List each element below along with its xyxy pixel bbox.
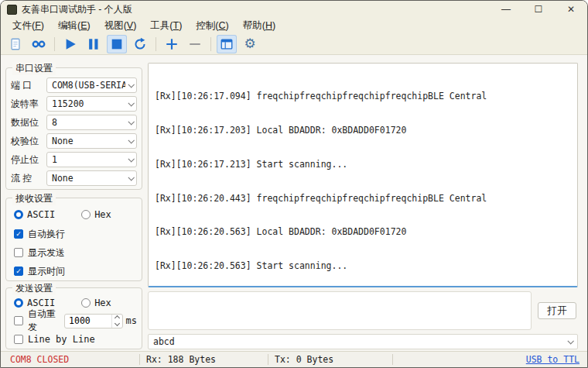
receive-hex-label: Hex (94, 209, 111, 220)
zoom-in-icon (165, 37, 179, 51)
show-time-checkbox[interactable]: ✓ (14, 267, 23, 276)
refresh-icon (133, 37, 147, 51)
close-button[interactable]: ✕ (555, 1, 587, 18)
receive-format-row: ASCII Hex (14, 208, 137, 222)
receive-settings-title: 接收设置 (12, 192, 56, 205)
settings-button[interactable]: ⚙ (240, 35, 260, 53)
zoom-in-button[interactable] (162, 35, 182, 53)
baudrate-select[interactable]: 115200 (46, 96, 137, 112)
record-icon (31, 37, 46, 51)
parity-select[interactable]: None (46, 133, 137, 149)
flowcontrol-row: 流 控 None (11, 170, 137, 186)
receive-ascii-label: ASCII (27, 209, 55, 220)
play-button[interactable] (60, 35, 80, 53)
serial-settings-title: 串口设置 (12, 62, 56, 75)
menu-tools[interactable]: 工具(T) (143, 18, 189, 34)
menu-file[interactable]: 文件(F) (5, 18, 51, 34)
show-sent-label: 显示发送 (28, 246, 65, 260)
line-by-line-row: Line by Line (14, 332, 137, 346)
auto-resend-checkbox[interactable] (14, 316, 23, 325)
menu-edit[interactable]: 编辑(E) (51, 18, 97, 34)
window-controls: — ☐ ✕ (490, 1, 587, 18)
auto-resend-row: 自动重发 ms (14, 313, 137, 328)
send-ascii-radio[interactable] (14, 298, 23, 308)
window-title: 友善串口调试助手 - 个人版 (22, 3, 132, 16)
toolbar-separator (210, 37, 211, 51)
menu-control[interactable]: 控制(C) (189, 18, 235, 34)
chevron-down-icon (128, 174, 134, 181)
baudrate-label: 波特率 (11, 98, 46, 111)
serial-settings-group: 串口设置 端 口 COM8(USB-SERIAL ( 波特率 115200 数据… (5, 67, 142, 190)
spinner-down-icon (115, 321, 120, 326)
line-by-line-checkbox[interactable] (14, 335, 23, 344)
log-line: [Rx][10:26:20.563] Local BDADDR: 0xBDADD… (155, 226, 571, 238)
databits-row: 数据位 8 (11, 115, 137, 130)
gear-icon: ⚙ (244, 37, 255, 50)
show-sent-checkbox[interactable] (14, 248, 23, 257)
open-port-button[interactable]: 打开 (538, 302, 576, 319)
send-textarea[interactable] (148, 291, 532, 330)
chevron-down-icon (128, 100, 134, 106)
spinner-buttons[interactable] (111, 315, 122, 328)
send-history-combobox[interactable] (148, 334, 578, 349)
menu-bar: 文件(F) 编辑(E) 视图(V) 工具(T) 控制(C) 帮助(H) (1, 18, 587, 33)
zoom-out-icon (188, 37, 202, 51)
menu-help[interactable]: 帮助(H) (236, 18, 282, 34)
line-by-line-label: Line by Line (28, 334, 95, 345)
flowcontrol-select[interactable]: None (46, 170, 137, 186)
port-select[interactable]: COM8(USB-SERIAL ( (46, 77, 137, 93)
send-hex-radio[interactable] (81, 298, 91, 308)
usb-to-ttl-link[interactable]: USB to TTL (526, 354, 587, 365)
stopbits-row: 停止位 1 (11, 152, 137, 167)
show-time-row: ✓ 显示时间 (14, 264, 137, 278)
receive-hex-radio[interactable] (81, 210, 91, 219)
toolbar: ⚙ (1, 33, 587, 55)
refresh-button[interactable] (130, 35, 150, 53)
send-ascii-label: ASCII (27, 297, 55, 308)
parity-label: 校验位 (11, 135, 46, 148)
port-status-text: COM8 CLOSED (1, 354, 139, 365)
databits-select[interactable]: 8 (46, 115, 137, 130)
auto-resend-unit: ms (126, 315, 137, 326)
receive-log[interactable]: [Rx][10:26:17.094] freqchipfreqchipfreqc… (148, 63, 578, 287)
zoom-out-button[interactable] (185, 35, 205, 53)
baudrate-row: 波特率 115200 (11, 96, 137, 112)
new-file-button[interactable] (5, 35, 26, 53)
send-settings-title: 发送设置 (12, 282, 56, 295)
receive-ascii-radio[interactable] (14, 210, 23, 219)
send-settings-group: 发送设置 ASCII Hex 自动重发 ms Line by Line (5, 287, 142, 349)
log-line: [Rx][10:26:17.213] Start scanning... (155, 159, 571, 170)
minimize-button[interactable]: — (490, 1, 522, 18)
databits-label: 数据位 (11, 116, 46, 129)
auto-linewrap-checkbox[interactable]: ✓ (14, 229, 23, 239)
log-line: [Rx][10:26:20.563] Start scanning... (155, 260, 571, 272)
status-bar: COM8 CLOSED Rx: 188 Bytes Tx: 0 Bytes US… (1, 351, 587, 367)
port-row: 端 口 COM8(USB-SERIAL ( (11, 77, 137, 93)
send-hex-label: Hex (94, 297, 111, 308)
log-line: [Rx][10:26:17.203] Local BDADDR: 0xBDADD… (155, 125, 571, 136)
stopbits-select[interactable]: 1 (46, 152, 137, 167)
auto-resend-input[interactable] (65, 315, 111, 326)
pause-button[interactable] (84, 35, 104, 53)
rx-bytes-text: Rx: 188 Bytes (140, 354, 268, 365)
send-history-input[interactable] (153, 336, 565, 347)
auto-resend-label: 自动重发 (28, 308, 61, 334)
title-bar: 友善串口调试助手 - 个人版 — ☐ ✕ (1, 1, 587, 18)
new-file-icon (9, 37, 22, 51)
flowcontrol-label: 流 控 (11, 172, 46, 185)
record-button[interactable] (29, 35, 49, 53)
play-icon (63, 37, 77, 51)
receive-settings-group: 接收设置 ASCII Hex ✓ 自动换行 显示发送 ✓ 显示时间 (5, 198, 142, 281)
chevron-down-icon (128, 156, 134, 162)
menu-view[interactable]: 视图(V) (97, 18, 144, 34)
auto-linewrap-label: 自动换行 (28, 228, 65, 241)
log-line: [Rx][10:26:20.443] freqchipfreqchipfreqc… (155, 193, 571, 205)
app-window: 友善串口调试助手 - 个人版 — ☐ ✕ 文件(F) 编辑(E) 视图(V) 工… (0, 0, 588, 368)
maximize-button[interactable]: ☐ (522, 1, 555, 18)
stop-button[interactable] (107, 35, 127, 53)
auto-linewrap-row: ✓ 自动换行 (14, 227, 137, 241)
tx-bytes-text: Tx: 0 Bytes (268, 354, 392, 365)
app-icon (7, 5, 17, 15)
layout-panel-button[interactable] (217, 35, 237, 53)
parity-row: 校验位 None (11, 133, 137, 149)
